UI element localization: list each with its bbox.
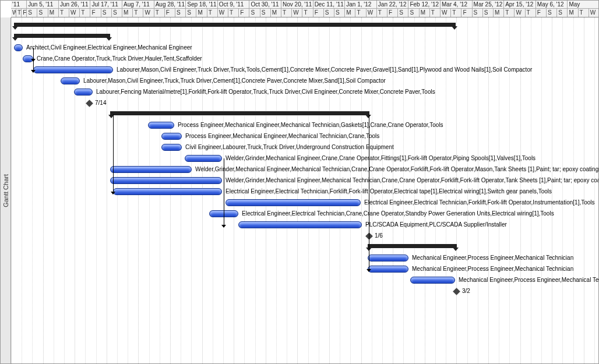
gantt-task-label: Labourer,Fencing Material/metre[1],Forkl… <box>96 89 435 95</box>
timescale-minor-cell: S <box>27 9 37 17</box>
timescale-minor-cell: S <box>398 9 408 17</box>
gantt-task-bar[interactable] <box>74 89 93 96</box>
gantt-timescale[interactable]: '11Jun 5, '11Jun 26, '11Jul 17, '11Aug 7… <box>11 1 598 17</box>
timescale-minor-cell: S <box>101 9 112 17</box>
gantt-task-bar[interactable] <box>148 122 174 129</box>
gantt-task-label: Architect,Civil Engineer,Electrical Engi… <box>26 44 192 51</box>
timescale-major-cell: Oct 30, '11 <box>249 1 281 9</box>
timescale-minor-cell: M <box>271 9 281 17</box>
timescale-minor-cell: M <box>122 9 133 17</box>
gantt-task-bar[interactable] <box>161 133 182 140</box>
timescale-minor-cell: M <box>494 9 504 17</box>
timescale-minor-cell: F <box>536 9 547 17</box>
gantt-summary-bar[interactable] <box>14 34 110 38</box>
gantt-task-label: Electrical Engineer,Electrical Technicia… <box>242 210 554 217</box>
timescale-minor-cell: F <box>387 9 398 17</box>
gantt-task-label: Process Engineer,Mechanical Engineer,Mec… <box>185 133 379 139</box>
gantt-task-bar[interactable] <box>61 77 80 84</box>
gantt-task-bar[interactable] <box>14 44 23 51</box>
timescale-minor-cell: M <box>420 9 430 17</box>
timescale-minor-cell: F <box>22 9 27 17</box>
timescale-minor-cell: T <box>430 9 441 17</box>
timescale-minor-cell: S <box>175 9 186 17</box>
timescale-minor-cell: F <box>90 9 101 17</box>
timescale-minor-cell: T <box>504 9 515 17</box>
timescale-minor-cell: W <box>218 9 228 17</box>
timescale-minor-cell: T <box>281 9 292 17</box>
timescale-major-cell: Oct 9, '11 <box>218 1 250 9</box>
gantt-task-bar[interactable] <box>238 221 362 228</box>
timescale-minor-cell: T <box>579 9 589 17</box>
gantt-milestone-label: 3/2 <box>462 288 470 294</box>
timescale-minor-cell: F <box>313 9 324 17</box>
gantt-task-label: Welder,Grinder,Mechanical Engineer,Mecha… <box>225 177 598 183</box>
gantt-task-bar[interactable] <box>368 266 408 273</box>
gantt-task-bar[interactable] <box>410 277 455 284</box>
gantt-summary-bar[interactable] <box>368 244 457 248</box>
gantt-task-label: Electrical Engineer,Electrical Technicia… <box>364 199 595 206</box>
timescale-minor-cell: W <box>292 9 302 17</box>
timescale-minor-cell: W <box>515 9 525 17</box>
timescale-minor-cell: S <box>483 9 494 17</box>
timescale-major-cell: Mar 4, '12 <box>441 1 473 9</box>
timescale-minor-cell: W <box>69 9 80 17</box>
timescale-minor-cell: S <box>334 9 345 17</box>
gantt-task-bar[interactable] <box>225 199 361 206</box>
timescale-minor-cell: W <box>143 9 154 17</box>
gantt-task-bar[interactable] <box>185 155 222 162</box>
gantt-task-bar[interactable] <box>33 66 113 73</box>
timescale-minor-cell: M <box>345 9 355 17</box>
timescale-minor-cell: T <box>302 9 313 17</box>
timescale-minor-cell: T <box>59 9 69 17</box>
gantt-task-bar[interactable] <box>113 188 222 195</box>
gantt-task-bar[interactable] <box>161 144 182 151</box>
gantt-side-tab[interactable]: Gantt Chart <box>1 17 11 363</box>
timescale-minor-cell: M <box>48 9 59 17</box>
timescale-minor-cell: F <box>239 9 249 17</box>
timescale-minor-cell: T <box>16 9 22 17</box>
gantt-milestone-label: 7/14 <box>95 100 106 106</box>
gantt-task-bar[interactable] <box>110 177 222 184</box>
timescale-major-cell: Jan 22, '12 <box>377 1 409 9</box>
gantt-task-label: Welder,Grinder,Mechanical Engineer,Mecha… <box>195 166 598 172</box>
gantt-task-bar[interactable] <box>368 255 408 261</box>
timescale-minor-cell: T <box>526 9 536 17</box>
gantt-task-bar[interactable] <box>110 166 192 173</box>
timescale-minor-cell: S <box>112 9 122 17</box>
timescale-minor-cell: S <box>547 9 557 17</box>
gantt-milestone[interactable] <box>453 288 460 295</box>
gantt-milestone-label: 1/6 <box>375 232 383 239</box>
timescale-minor-cell: T <box>228 9 239 17</box>
timescale-minor-cell: T <box>154 9 165 17</box>
gantt-task-label: Labourer,Mason,Civil Engineer,Truck Driv… <box>117 66 532 73</box>
timescale-major-cell: May <box>568 1 598 9</box>
timescale-minor-cell: W <box>589 9 598 17</box>
gantt-summary-bar[interactable] <box>110 111 369 115</box>
timescale-minor-cell: S <box>557 9 568 17</box>
timescale-major-cell: Mar 25, '12 <box>473 1 505 9</box>
timescale-minor-cell: M <box>196 9 207 17</box>
timescale-minor-cell: S <box>260 9 271 17</box>
timescale-minor-cell: W <box>441 9 451 17</box>
timescale-minor-cell: S <box>324 9 334 17</box>
gantt-task-label: Welder,Grinder,Mechanical Engineer,Crane… <box>225 155 535 161</box>
timescale-major-cell: '11 <box>11 1 27 9</box>
timescale-major-cell: Feb 12, '12 <box>408 1 441 9</box>
gantt-chart-area[interactable]: Architect,Civil Engineer,Electrical Engi… <box>11 17 598 363</box>
gantt-task-label: Labourer,Mason,Civil Engineer,Truck,Truc… <box>83 77 386 84</box>
gantt-task-label: Crane,Crane Operator,Truck,Truck Driver,… <box>37 55 202 62</box>
timescale-major-cell: May 6, '12 <box>536 1 568 9</box>
timescale-major-cell: Sep 18, '11 <box>186 1 218 9</box>
gantt-task-label: Electrical Engineer,Electrical Technicia… <box>225 188 552 195</box>
gantt-summary-bar[interactable] <box>14 23 456 27</box>
gantt-side-tab-label: Gantt Chart <box>2 174 9 207</box>
gantt-task-label: Civil Engineer,Labourer,Truck,Truck Driv… <box>185 144 394 150</box>
timescale-minor-cell: S <box>408 9 419 17</box>
timescale-minor-cell: W <box>367 9 377 17</box>
timescale-minor-cell: F <box>165 9 175 17</box>
timescale-minor-cell: T <box>80 9 90 17</box>
timescale-minor-cell: T <box>133 9 143 17</box>
timescale-minor-cell: S <box>37 9 48 17</box>
timescale-major-cell: Aug 28, '11 <box>154 1 186 9</box>
gantt-milestone[interactable] <box>86 100 93 107</box>
